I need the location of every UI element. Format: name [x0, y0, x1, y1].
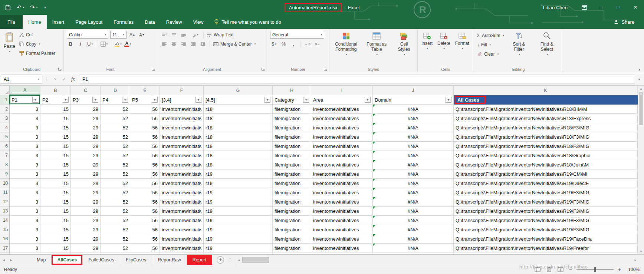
cell-B4[interactable]: 15	[40, 123, 71, 132]
cell-styles-button[interactable]: Cell Styles▾	[392, 30, 415, 57]
cell-J6[interactable]: #N/A	[373, 142, 454, 151]
clipboard-dialog-launcher[interactable]	[58, 67, 62, 72]
font-color-button[interactable]: A▾	[124, 40, 132, 48]
cell-F10[interactable]: inventornewinitiatives	[160, 179, 204, 188]
cell-B16[interactable]: 15	[40, 234, 71, 244]
ribbon-display-options-button[interactable]	[576, 0, 593, 15]
cell-C15[interactable]: 29	[71, 225, 101, 234]
cell-H15[interactable]: filemigration	[273, 225, 311, 234]
increase-font-size-button[interactable]: A▲	[128, 31, 136, 39]
cancel-icon[interactable]: ×	[51, 76, 60, 82]
cell-I12[interactable]: inventornewinitiatives	[311, 197, 373, 207]
cell-I16[interactable]: inventornewinitiatives	[311, 234, 373, 244]
cell-G6[interactable]: r18	[204, 142, 273, 151]
cell-B1[interactable]: P2▾	[40, 95, 71, 105]
align-left-icon[interactable]	[160, 40, 168, 48]
cell-K11[interactable]: Q:\transcripts\FileMigration\InventorNew…	[454, 188, 638, 197]
filter-dropdown-C1[interactable]: ▾	[92, 97, 98, 103]
close-button[interactable]: ×	[627, 0, 644, 15]
cell-D4[interactable]: 52	[101, 123, 130, 132]
align-center-icon[interactable]	[170, 40, 178, 48]
cell-J7[interactable]: #N/A	[373, 151, 454, 160]
cell-H16[interactable]: filemigration	[273, 234, 311, 244]
cell-I15[interactable]: inventornewinitiatives	[311, 225, 373, 234]
insert-cells-button[interactable]: Insert▾	[420, 30, 434, 51]
cell-C4[interactable]: 29	[71, 123, 101, 132]
cell-G11[interactable]: r19	[204, 188, 273, 197]
cell-A1[interactable]: P1▾	[10, 95, 40, 105]
scroll-left-icon[interactable]: ◂	[238, 258, 240, 262]
cell-J1[interactable]: Domain▾	[373, 95, 454, 105]
cell-C5[interactable]: 29	[71, 132, 101, 142]
bottom-align-icon[interactable]	[180, 31, 187, 39]
save-button[interactable]	[5, 5, 11, 10]
cell-D5[interactable]: 52	[101, 132, 130, 142]
cell-K13[interactable]: Q:\transcripts\FileMigration\InventorNew…	[454, 207, 638, 216]
cell-J11[interactable]: #N/A	[373, 188, 454, 197]
cell-A8[interactable]: 3	[10, 160, 40, 169]
cell-G12[interactable]: r19	[204, 197, 273, 207]
cell-E14[interactable]: 56	[130, 216, 160, 225]
accounting-format-button[interactable]: $▾	[270, 40, 278, 48]
fill-color-button[interactable]: ▾	[114, 40, 122, 48]
cell-E11[interactable]: 56	[130, 188, 160, 197]
cell-J5[interactable]: #N/A	[373, 132, 454, 142]
cell-J10[interactable]: #N/A	[373, 179, 454, 188]
cell-A4[interactable]: 3	[10, 123, 40, 132]
cell-G14[interactable]: r19	[204, 216, 273, 225]
tab-review[interactable]: Review	[161, 15, 188, 29]
cell-C14[interactable]: 29	[71, 216, 101, 225]
row-header-16[interactable]: 16	[0, 234, 10, 244]
italic-button[interactable]: I	[76, 40, 84, 48]
sheet-tab-FailedCases[interactable]: FailedCases	[83, 255, 120, 265]
cell-G2[interactable]: r18	[204, 105, 273, 114]
cell-D12[interactable]: 52	[101, 197, 130, 207]
filter-dropdown-H1[interactable]: ▾	[303, 97, 309, 103]
insert-function-icon[interactable]: fx	[69, 76, 78, 82]
cell-J14[interactable]: #N/A	[373, 216, 454, 225]
increase-indent-icon[interactable]	[199, 40, 207, 48]
align-right-icon[interactable]	[180, 40, 187, 48]
cell-D9[interactable]: 52	[101, 169, 130, 179]
cell-E4[interactable]: 56	[130, 123, 160, 132]
cell-H12[interactable]: filemigration	[273, 197, 311, 207]
clear-button[interactable]: Clear▾	[476, 50, 505, 58]
cell-H11[interactable]: filemigration	[273, 188, 311, 197]
alignment-dialog-launcher[interactable]	[261, 67, 266, 72]
cell-E1[interactable]: P5▾	[130, 95, 160, 105]
cell-I7[interactable]: inventornewinitiatives	[311, 151, 373, 160]
cell-F5[interactable]: inventornewinitiatives	[160, 132, 204, 142]
cell-H6[interactable]: filemigration	[273, 142, 311, 151]
font-name-select[interactable]: Calibri▾	[67, 31, 108, 39]
scroll-up-icon[interactable]: ▴	[640, 86, 642, 91]
column-header-E[interactable]: E	[130, 86, 160, 95]
filter-dropdown-A1[interactable]: ▾	[32, 97, 38, 103]
zoom-level[interactable]: 100%	[625, 267, 640, 272]
cell-C9[interactable]: 29	[71, 169, 101, 179]
row-header-1[interactable]: 1	[0, 95, 10, 105]
cell-I10[interactable]: inventornewinitiatives	[311, 179, 373, 188]
cell-F15[interactable]: inventornewinitiatives	[160, 225, 204, 234]
cell-K15[interactable]: Q:\transcripts\FileMigration\InventorNew…	[454, 225, 638, 234]
cell-C3[interactable]: 29	[71, 114, 101, 123]
cell-A12[interactable]: 3	[10, 197, 40, 207]
filter-dropdown-J1[interactable]: ▾	[446, 97, 451, 103]
cell-B2[interactable]: 15	[40, 105, 71, 114]
cell-J3[interactable]: #N/A	[373, 114, 454, 123]
vertical-scrollbar[interactable]: ▴ ▾	[638, 86, 644, 254]
copy-button[interactable]: Copy▾	[18, 40, 56, 48]
cell-A2[interactable]: 3	[10, 105, 40, 114]
cell-C10[interactable]: 29	[71, 179, 101, 188]
qat-customize-button[interactable]: ▾	[43, 6, 46, 9]
cell-J16[interactable]: #N/A	[373, 234, 454, 244]
enter-icon[interactable]: ✓	[60, 76, 69, 82]
column-header-B[interactable]: B	[40, 86, 71, 95]
conditional-formatting-button[interactable]: Conditional Formatting▾	[331, 30, 361, 57]
cell-G15[interactable]: r19	[204, 225, 273, 234]
column-header-D[interactable]: D	[101, 86, 130, 95]
cell-H10[interactable]: filemigration	[273, 179, 311, 188]
cell-E5[interactable]: 56	[130, 132, 160, 142]
cell-C12[interactable]: 29	[71, 197, 101, 207]
font-size-select[interactable]: 11▾	[110, 31, 126, 39]
cell-F9[interactable]: inventornewinitiatives	[160, 169, 204, 179]
